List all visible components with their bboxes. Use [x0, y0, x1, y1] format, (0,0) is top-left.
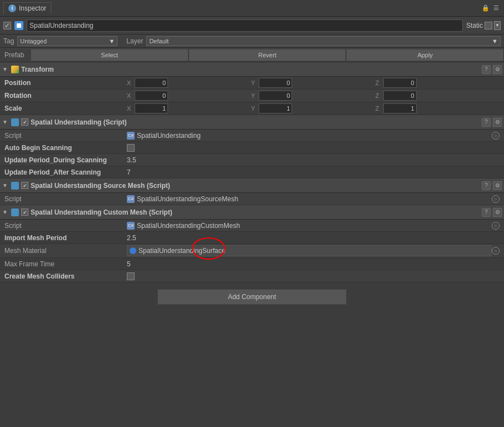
auto-begin-checkbox[interactable] — [127, 144, 135, 152]
spatial-custom-title: Spatial Understanding Custom Mesh (Scrip… — [31, 208, 480, 216]
update-during-label: Update Period_During Scanning — [4, 156, 127, 164]
mesh-material-circle-btn[interactable]: ○ — [492, 247, 500, 255]
material-icon — [130, 247, 136, 254]
position-xyz-group: X Y Z — [127, 78, 500, 88]
update-after-row: Update Period_After Scanning 7 — [0, 166, 504, 178]
spatial-source-icon — [11, 182, 19, 190]
create-colliders-checkbox[interactable] — [127, 272, 135, 280]
custom-script-field: C# SpatialUnderstandingCustomMesh — [127, 222, 492, 230]
rotation-x-label: X — [127, 92, 134, 99]
inspector-tab[interactable]: i Inspector — [3, 2, 51, 14]
scale-x-input[interactable] — [135, 103, 168, 113]
custom-script-name: SpatialUnderstandingCustomMesh — [137, 222, 240, 230]
rotation-z-input[interactable] — [383, 91, 417, 101]
transform-foldout-arrow[interactable]: ▼ — [2, 66, 9, 72]
spatial-script-circle-btn[interactable]: ○ — [492, 132, 500, 140]
static-checkbox[interactable] — [485, 22, 492, 29]
panel-header-right: 🔒 ☰ — [481, 4, 501, 13]
spatial-understanding-help-button[interactable]: ? — [482, 118, 491, 127]
spatial-script-row: Script C# SpatialUnderstanding ○ — [0, 130, 504, 142]
transform-section-header: ▼ Transform ? ⚙ — [0, 62, 504, 77]
rotation-x-input[interactable] — [135, 91, 168, 101]
static-label: Static — [466, 22, 483, 29]
spatial-understanding-icon — [11, 118, 19, 126]
spatial-script-label: Script — [4, 132, 127, 140]
prefab-revert-button[interactable]: Revert — [189, 49, 347, 61]
spatial-source-gear-button[interactable]: ⚙ — [493, 181, 502, 190]
spatial-custom-checkbox[interactable]: ✓ — [21, 208, 28, 216]
position-y-label: Y — [251, 80, 258, 86]
rotation-y-input[interactable] — [259, 91, 292, 101]
spatial-understanding-gear-button[interactable]: ⚙ — [493, 118, 502, 127]
scale-y-label: Y — [251, 105, 258, 112]
tag-layer-row: Tag Untagged ▼ Layer Default ▼ — [0, 34, 504, 48]
gameobject-header: ✓ Static ▼ — [0, 17, 504, 34]
layer-dropdown[interactable]: Default ▼ — [146, 36, 501, 46]
source-script-icon: C# — [127, 195, 135, 203]
spatial-source-title: Spatial Understanding Source Mesh (Scrip… — [31, 182, 480, 190]
position-z-input[interactable] — [383, 78, 417, 88]
import-mesh-value: 2.5 — [127, 234, 500, 242]
scale-z-field: Z — [375, 103, 500, 113]
tag-label: Tag — [3, 37, 14, 45]
update-after-value: 7 — [127, 168, 500, 176]
spatial-custom-gear-button[interactable]: ⚙ — [493, 208, 502, 217]
scale-row: Scale X Y Z — [0, 102, 504, 115]
layer-value: Default — [149, 38, 169, 44]
transform-help-button[interactable]: ? — [482, 65, 491, 74]
scale-label: Scale — [4, 105, 127, 112]
spatial-understanding-checkbox[interactable]: ✓ — [21, 118, 28, 126]
static-section: Static ▼ — [466, 21, 501, 30]
prefab-select-button[interactable]: Select — [31, 49, 189, 61]
menu-icon[interactable]: ☰ — [492, 4, 501, 13]
position-x-input[interactable] — [135, 78, 168, 88]
spatial-source-help-button[interactable]: ? — [482, 181, 491, 190]
spatial-source-checkbox[interactable]: ✓ — [21, 182, 28, 189]
position-y-field: Y — [251, 78, 375, 88]
spatial-custom-help-button[interactable]: ? — [482, 208, 491, 217]
spatial-custom-foldout[interactable]: ▼ — [2, 209, 9, 215]
prefab-apply-button[interactable]: Apply — [346, 49, 504, 61]
scale-y-input[interactable] — [259, 103, 292, 113]
static-dropdown-arrow[interactable]: ▼ — [494, 21, 501, 30]
source-script-circle-btn[interactable]: ○ — [492, 195, 500, 203]
custom-script-circle-btn[interactable]: ○ — [492, 222, 500, 230]
custom-script-label: Script — [4, 222, 127, 230]
rotation-z-field: Z — [375, 91, 500, 101]
rotation-label: Rotation — [4, 92, 127, 100]
source-script-field: C# SpatialUnderstandingSourceMesh — [127, 195, 492, 203]
position-y-input[interactable] — [259, 78, 292, 88]
add-component-section: Add Component — [0, 282, 504, 311]
gameobject-name-input[interactable] — [27, 19, 463, 32]
svg-rect-0 — [17, 23, 21, 28]
scale-z-input[interactable] — [383, 103, 417, 113]
source-script-row: Script C# SpatialUnderstandingSourceMesh… — [0, 193, 504, 205]
spatial-script-name: SpatialUnderstanding — [137, 132, 201, 140]
spatial-script-field: C# SpatialUnderstanding — [127, 132, 492, 140]
gameobject-active-checkbox[interactable]: ✓ — [3, 22, 11, 29]
create-colliders-row: Create Mesh Colliders — [0, 270, 504, 282]
spatial-understanding-header: ▼ ✓ Spatial Understanding (Script) ? ⚙ — [0, 115, 504, 130]
panel-title: Inspector — [19, 4, 46, 12]
max-frame-row: Max Frame Time 5 — [0, 258, 504, 270]
position-x-field: X — [127, 78, 251, 88]
spatial-understanding-foldout[interactable]: ▼ — [2, 119, 9, 125]
layer-label: Layer — [126, 37, 143, 45]
transform-gear-button[interactable]: ⚙ — [493, 65, 502, 74]
tag-dropdown[interactable]: Untagged ▼ — [17, 36, 117, 46]
lock-icon[interactable]: 🔒 — [481, 4, 490, 13]
spatial-script-icon: C# — [127, 132, 135, 140]
scale-xyz-group: X Y Z — [127, 103, 500, 113]
tag-value: Untagged — [20, 38, 47, 44]
position-z-field: Z — [375, 78, 500, 88]
info-icon: i — [8, 4, 16, 12]
mesh-material-field[interactable]: SpatialUnderstandingSurface — [127, 245, 492, 256]
scale-y-field: Y — [251, 103, 375, 113]
tag-dropdown-arrow: ▼ — [108, 38, 115, 44]
prefab-row: Prefab Select Revert Apply — [0, 48, 504, 62]
add-component-button[interactable]: Add Component — [157, 289, 347, 305]
rotation-y-field: Y — [251, 91, 375, 101]
inspector-panel: i Inspector 🔒 ☰ ✓ Static ▼ Tag Untagged … — [0, 0, 504, 427]
scale-z-label: Z — [375, 105, 382, 112]
spatial-source-foldout[interactable]: ▼ — [2, 182, 9, 188]
